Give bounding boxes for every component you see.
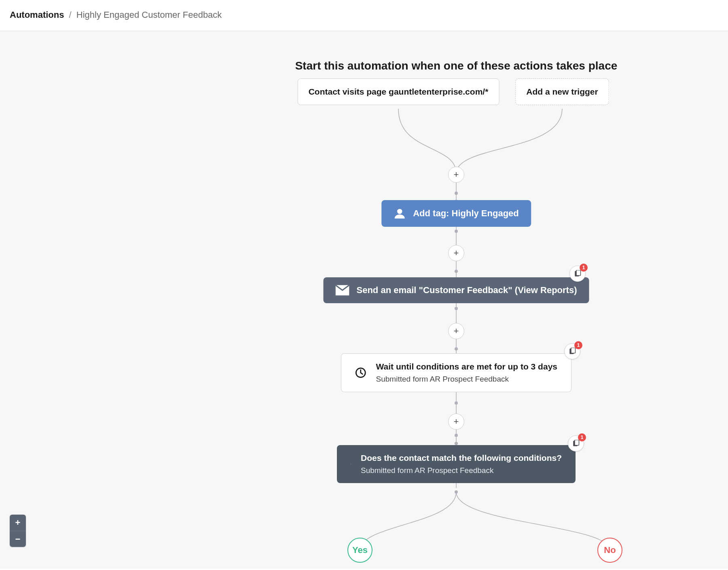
notes-count-badge: 1 — [580, 264, 588, 272]
condition-sub: Submitted form AR Prospect Feedback — [361, 466, 562, 475]
breadcrumb-separator: / — [69, 10, 72, 20]
branch-no[interactable]: No — [597, 538, 622, 563]
action-wait-condition[interactable]: Wait until conditions are met for up to … — [341, 353, 571, 392]
question-icon: ? — [351, 457, 351, 471]
breadcrumb-current: Highly Engaged Customer Feedback — [76, 10, 222, 20]
notes-count-badge: 1 — [574, 341, 582, 349]
svg-point-11 — [455, 442, 458, 445]
condition-card[interactable]: ? Does the contact match the following c… — [337, 445, 576, 483]
branch-yes[interactable]: Yes — [347, 538, 372, 563]
note-icon — [572, 440, 580, 447]
note-icon — [574, 270, 581, 277]
clock-icon — [355, 365, 366, 380]
add-trigger-button[interactable]: Add a new trigger — [515, 78, 609, 105]
plus-icon: + — [454, 326, 459, 336]
wait-sub: Submitted form AR Prospect Feedback — [376, 375, 557, 384]
zoom-out-button[interactable]: − — [10, 531, 26, 547]
add-step-button[interactable]: + — [448, 323, 464, 339]
add-step-button[interactable]: + — [448, 414, 464, 430]
action-add-tag[interactable]: Add tag: Highly Engaged — [381, 200, 531, 227]
automation-canvas[interactable]: Start this automation when one of these … — [0, 31, 728, 569]
svg-point-12 — [455, 490, 458, 494]
header: Automations / Highly Engaged Customer Fe… — [0, 0, 728, 31]
notes-count-badge: 1 — [578, 433, 586, 441]
condition-title: Does the contact match the following con… — [361, 453, 562, 463]
note-icon — [569, 348, 576, 355]
trigger-card-visits-page[interactable]: Contact visits page gauntletenterprise.c… — [298, 78, 499, 105]
trigger-label: Contact visits page gauntletenterprise.c… — [309, 87, 489, 96]
plus-icon: + — [454, 169, 459, 180]
action-send-email-label: Send an email "Customer Feedback" (View … — [357, 285, 577, 296]
svg-rect-15 — [576, 270, 581, 276]
add-trigger-label: Add a new trigger — [526, 87, 598, 96]
notes-badge[interactable]: 1 — [568, 435, 584, 452]
svg-point-9 — [455, 401, 458, 405]
breadcrumb-root[interactable]: Automations — [10, 10, 64, 20]
svg-point-4 — [455, 230, 458, 233]
svg-rect-18 — [571, 348, 576, 353]
svg-rect-22 — [575, 440, 579, 445]
svg-point-6 — [455, 307, 458, 310]
notes-badge[interactable]: 1 — [569, 266, 586, 282]
svg-point-13 — [397, 209, 402, 214]
action-add-tag-label: Add tag: Highly Engaged — [413, 208, 519, 219]
svg-point-10 — [455, 434, 458, 437]
add-step-button[interactable]: + — [448, 167, 464, 183]
automation-start-title: Start this automation when one of these … — [294, 59, 618, 72]
zoom-controls: + − — [10, 515, 26, 547]
notes-badge[interactable]: 1 — [564, 343, 580, 359]
wait-title: Wait until conditions are met for up to … — [376, 362, 557, 372]
svg-point-2 — [455, 192, 458, 195]
person-icon — [394, 207, 406, 220]
add-step-button[interactable]: + — [448, 245, 464, 261]
action-send-email[interactable]: Send an email "Customer Feedback" (View … — [324, 277, 589, 303]
plus-icon: + — [454, 416, 459, 427]
plus-icon: + — [454, 248, 459, 258]
svg-point-7 — [455, 347, 458, 350]
mail-icon — [336, 285, 349, 296]
zoom-in-button[interactable]: + — [10, 515, 26, 531]
breadcrumb: Automations / Highly Engaged Customer Fe… — [10, 10, 222, 20]
svg-point-5 — [455, 270, 458, 273]
